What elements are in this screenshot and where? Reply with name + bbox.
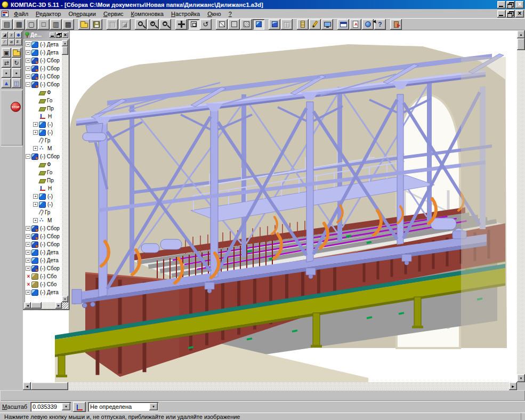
tree-item[interactable]: +(-) [25,192,62,200]
tree-item[interactable]: +(-) Сбор [25,56,62,64]
scroll-down-icon[interactable] [517,374,525,382]
model-viewport[interactable]: Де... +(-) Дета+(-) Дета+(-) Сбор+(-) Сб… [23,30,525,390]
expand-icon[interactable]: + [26,66,30,71]
viewport-canvas[interactable] [23,30,517,382]
orientation-combo-arrow-icon[interactable] [149,403,158,410]
tree-item[interactable]: −(-) Сбор [25,152,62,160]
menu-help[interactable]: ? [225,10,236,18]
page-surfaces-tab[interactable]: ◆ [15,32,22,38]
zoom-in-button[interactable] [147,19,159,30]
tree-item[interactable]: Пр [25,104,62,112]
tree-scroll-down-icon[interactable] [62,296,68,302]
tree-hscroll-thumb[interactable] [31,302,42,309]
menu-Редактор[interactable]: Редактор [32,10,64,18]
build-tree-window[interactable]: Де... +(-) Дета+(-) Дета+(-) Сбор+(-) Сб… [23,31,69,310]
expand-icon[interactable]: + [33,218,38,223]
stop-button[interactable]: STOP [11,102,21,112]
page-sketch-tab[interactable]: z [9,32,15,38]
orientation-combo[interactable]: Не определена [88,402,158,411]
minimize-button[interactable] [497,1,506,9]
expand-icon[interactable]: + [26,234,30,239]
expand-icon[interactable]: + [33,202,38,207]
tree-restore-button[interactable] [56,33,62,38]
tree-item[interactable]: Гр [25,136,62,144]
tree-vertical-scrollbar[interactable] [62,40,68,302]
tree-item[interactable]: +(-) Сбор [25,240,62,248]
menu-Файл[interactable]: Файл [10,10,32,18]
properties-button[interactable] [321,19,333,30]
collapse-icon[interactable]: − [26,154,30,159]
expand-icon[interactable]: + [26,250,30,255]
hidden-lines-button[interactable] [228,19,240,30]
tree-item[interactable]: Гр [25,208,62,216]
scale-combo-arrow-icon[interactable] [62,403,70,410]
page-lines-tab[interactable]: ∕ [2,39,8,45]
close-button[interactable] [515,1,524,9]
orientation-button[interactable] [73,402,86,412]
tree-item[interactable]: Го [25,168,62,176]
tree-item[interactable]: +(-) [25,128,62,136]
tree-item[interactable]: +(-) Дета [25,49,62,56]
tree-item[interactable]: +(-) Дета [25,41,62,49]
pan-button[interactable] [175,19,187,30]
expand-icon[interactable]: + [26,50,30,55]
expand-icon[interactable]: + [26,226,30,231]
expand-icon[interactable]: + [26,258,30,263]
vertical-scrollbar[interactable] [517,30,525,382]
exit-button[interactable] [390,19,402,30]
new-assembly-button[interactable]: ▩ [62,19,74,30]
tree-horizontal-scrollbar[interactable] [25,302,68,309]
vertical-scroll-thumb[interactable] [517,38,525,50]
scale-combo[interactable]: 0.035339 [30,402,71,411]
tree-scroll-thumb[interactable] [62,46,68,55]
refresh-button[interactable]: ↺ [200,19,212,30]
restore-button[interactable] [506,1,515,9]
new-fragment-button[interactable]: ▦ [13,19,25,30]
menu-Компоновка[interactable]: Компоновка [127,10,167,18]
library-manager-button[interactable] [362,19,374,30]
context-help-button[interactable] [374,19,386,30]
expand-icon[interactable]: + [26,290,30,295]
open-button[interactable] [78,19,90,30]
tree-item[interactable]: +(-) Сбор [25,264,62,272]
document-system-icon[interactable] [2,11,9,17]
tree-item[interactable]: +М [25,216,62,224]
tree-item[interactable]: +(-) Сбор [25,72,62,80]
doc-minimize-button[interactable] [497,10,506,18]
horizontal-scrollbar[interactable] [23,382,517,390]
tree-item[interactable]: Н [25,184,62,192]
create-detail-button[interactable]: ▲ [2,78,11,88]
zoom-out-button[interactable] [159,19,171,30]
tree-scroll-right-icon[interactable] [55,302,62,309]
save-button[interactable] [91,19,102,30]
scroll-right-icon[interactable] [509,382,517,390]
tree-item[interactable]: Ф [25,160,62,168]
tree-item[interactable]: −(-) Сбор [25,80,62,88]
tree-resize-grip[interactable] [62,302,68,309]
collapse-icon[interactable]: − [26,82,30,87]
tree-item[interactable]: +(-) Дета [25,288,62,296]
add-component-button[interactable] [12,48,21,58]
variables-button[interactable] [337,19,349,30]
tree-item[interactable]: Ф [25,88,62,96]
tree-scroll-up-icon[interactable] [62,40,68,46]
doc-restore-button[interactable] [506,10,515,18]
tree-close-button[interactable] [62,33,68,38]
perspective-button[interactable] [269,19,280,30]
expand-icon[interactable]: + [26,266,30,271]
tree-item[interactable]: +(-) [25,120,62,128]
shaded-button[interactable] [253,19,264,30]
check-document-button[interactable] [350,19,361,30]
tree-item[interactable]: Го [25,96,62,104]
tree-minimize-button[interactable] [50,33,55,38]
tree-item[interactable]: +(-) Дета [25,256,62,264]
menu-Сервис[interactable]: Сервис [100,10,127,18]
page-filters-tab[interactable]: ≢ [15,39,22,45]
expand-icon[interactable]: + [33,130,38,135]
sketch-button[interactable] [309,19,321,30]
expand-icon[interactable]: + [26,74,30,79]
expand-icon[interactable]: + [33,146,38,151]
new-text-document-button[interactable]: ▢ [26,19,37,30]
expand-icon[interactable]: + [33,122,38,127]
zoom-window-button[interactable] [188,19,199,30]
